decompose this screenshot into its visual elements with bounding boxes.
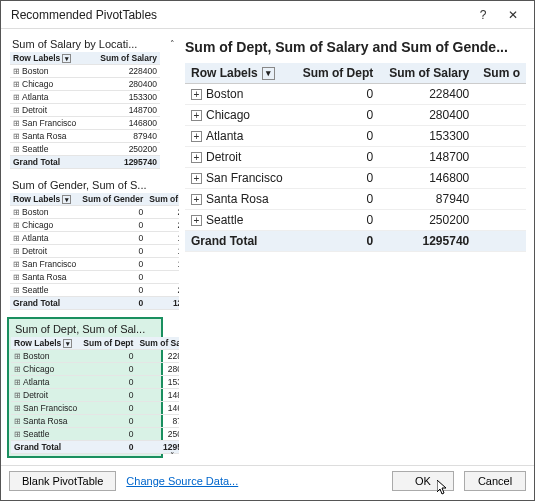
table-row: +Atlanta0153300 bbox=[185, 126, 526, 147]
cancel-button[interactable]: Cancel bbox=[464, 471, 526, 491]
thumb-title: Sum of Salary by Locati... bbox=[10, 36, 160, 52]
preview-table: Row Labels▾ Sum of Dept Sum of Salary Su… bbox=[185, 63, 526, 252]
thumb-table: Row Labels▾Sum of GenderSum of Salary Bo… bbox=[10, 193, 179, 310]
thumb-title: Sum of Dept, Sum of Sal... bbox=[11, 321, 159, 337]
scroll-up-icon[interactable]: ˄ bbox=[165, 37, 179, 51]
table-row: +Detroit0148700 bbox=[185, 147, 526, 168]
titlebar: Recommended PivotTables ? ✕ bbox=[1, 1, 534, 29]
ok-button[interactable]: OK bbox=[392, 471, 454, 491]
expand-icon[interactable]: + bbox=[191, 215, 202, 226]
expand-icon[interactable]: + bbox=[191, 110, 202, 121]
blank-pivottable-button[interactable]: Blank PivotTable bbox=[9, 471, 116, 491]
close-icon[interactable]: ✕ bbox=[498, 5, 528, 25]
pivot-thumb-salary-by-location[interactable]: Sum of Salary by Locati... Row Labels▾Su… bbox=[7, 35, 163, 170]
preview-pane: Sum of Dept, Sum of Salary and Sum of Ge… bbox=[183, 35, 528, 465]
col-sum-dept: Sum of Dept bbox=[293, 63, 379, 84]
scroll-down-icon[interactable]: ˅ bbox=[165, 449, 179, 463]
pivot-thumb-dept-salary[interactable]: Sum of Dept, Sum of Sal... Row Labels▾Su… bbox=[7, 317, 163, 458]
dialog-footer: Blank PivotTable Change Source Data... O… bbox=[1, 465, 534, 495]
preview-title: Sum of Dept, Sum of Salary and Sum of Ge… bbox=[185, 39, 526, 55]
table-row: +Seattle0250200 bbox=[185, 210, 526, 231]
table-row: +Chicago0280400 bbox=[185, 105, 526, 126]
expand-icon[interactable]: + bbox=[191, 152, 202, 163]
col-row-labels: Row Labels▾ bbox=[185, 63, 293, 84]
dialog-title: Recommended PivotTables bbox=[11, 8, 468, 22]
pivot-thumb-gender-salary[interactable]: Sum of Gender, Sum of S... Row Labels▾Su… bbox=[7, 176, 163, 311]
expand-icon[interactable]: + bbox=[191, 173, 202, 184]
thumb-table: Row Labels▾Sum of DeptSum of SalaryS Bos… bbox=[11, 337, 179, 454]
col-sum-salary: Sum of Salary bbox=[379, 63, 475, 84]
table-row: +Boston0228400 bbox=[185, 84, 526, 105]
expand-icon[interactable]: + bbox=[191, 194, 202, 205]
grand-total-row: Grand Total01295740 bbox=[185, 231, 526, 252]
col-sum-extra: Sum o bbox=[475, 63, 526, 84]
change-source-data-link[interactable]: Change Source Data... bbox=[126, 475, 238, 487]
recommendations-list: ˄ Sum of Salary by Locati... Row Labels▾… bbox=[7, 35, 179, 465]
thumb-title: Sum of Gender, Sum of S... bbox=[10, 177, 160, 193]
expand-icon[interactable]: + bbox=[191, 89, 202, 100]
expand-icon[interactable]: + bbox=[191, 131, 202, 142]
filter-dropdown-icon[interactable]: ▾ bbox=[262, 67, 275, 80]
thumb-table: Row Labels▾Sum of Salary Boston228400 Ch… bbox=[10, 52, 160, 169]
help-icon[interactable]: ? bbox=[468, 5, 498, 25]
table-row: +Santa Rosa087940 bbox=[185, 189, 526, 210]
table-row: +San Francisco0146800 bbox=[185, 168, 526, 189]
